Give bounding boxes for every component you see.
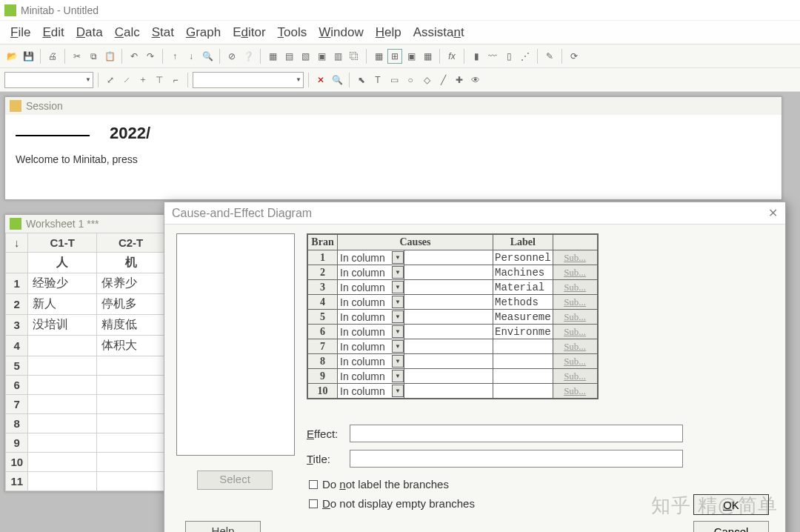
cause-type-dropdown[interactable]: In column▼ [338, 339, 404, 354]
cell[interactable] [28, 376, 96, 395]
sub-button[interactable]: Sub... [553, 310, 597, 325]
menu-edit[interactable]: Edit [42, 25, 64, 40]
cell[interactable] [28, 472, 96, 491]
cause-type-dropdown[interactable]: In column▼ [338, 369, 404, 384]
sub-button[interactable]: Sub... [553, 384, 597, 399]
dropdown-arrow-icon[interactable]: ▼ [392, 266, 404, 279]
refresh-icon[interactable]: ⟳ [567, 49, 581, 64]
menu-calc[interactable]: Calc [115, 25, 140, 40]
select-button[interactable]: Select [197, 471, 273, 490]
chart-hist-icon[interactable]: ▯ [501, 49, 516, 64]
cell[interactable] [28, 433, 96, 453]
find-icon[interactable]: 🔍 [200, 49, 215, 64]
row-header[interactable]: 11 [6, 472, 28, 491]
dropdown-arrow-icon[interactable]: ▼ [392, 385, 404, 397]
row-header[interactable]: 8 [6, 414, 28, 433]
save-icon[interactable]: 💾 [21, 49, 36, 64]
menu-graph[interactable]: Graph [186, 25, 221, 40]
row-header[interactable]: 9 [6, 433, 28, 453]
sub-button[interactable]: Sub... [553, 325, 597, 339]
menu-stat[interactable]: Stat [152, 25, 174, 40]
cell[interactable] [28, 336, 96, 356]
cancel-button[interactable]: Cancel [693, 521, 769, 532]
open-icon[interactable]: 📂 [4, 49, 19, 64]
sub-button[interactable]: Sub... [553, 265, 597, 280]
cell[interactable] [96, 414, 164, 433]
cell[interactable]: 经验少 [28, 273, 96, 294]
branch-label-cell[interactable]: Personnel [493, 250, 553, 265]
cell[interactable] [96, 356, 164, 376]
row-name-blank[interactable] [6, 253, 28, 273]
dropdown-arrow-icon[interactable]: ▼ [392, 281, 404, 293]
branch-label-cell[interactable]: Environme [493, 325, 553, 339]
line-icon[interactable]: ⟋ [119, 73, 134, 87]
menu-editor[interactable]: Editor [233, 25, 265, 40]
cause-column-cell[interactable] [404, 384, 493, 399]
mark-icon[interactable]: ✚ [452, 73, 467, 87]
rect-icon[interactable]: ▭ [387, 73, 401, 87]
dropdown-arrow-icon[interactable]: ▼ [392, 370, 404, 382]
dropdown-arrow-icon[interactable]: ▼ [392, 296, 404, 308]
seg-icon[interactable]: ╱ [436, 73, 450, 87]
cancel-icon[interactable]: ⊘ [224, 49, 239, 64]
sub-button[interactable]: Sub... [553, 250, 597, 265]
branch-label-cell[interactable]: Methods [493, 295, 553, 310]
tool-5-icon[interactable]: ▦ [420, 49, 435, 64]
circle-icon[interactable]: ○ [403, 73, 418, 87]
cell[interactable]: 没培训 [28, 315, 96, 336]
close-icon[interactable]: ✕ [768, 206, 778, 220]
cause-column-cell[interactable] [404, 339, 493, 354]
ok-button[interactable]: OK [693, 494, 769, 515]
col-name[interactable]: 机 [96, 253, 164, 273]
row-header[interactable]: 3 [6, 315, 28, 336]
branch-label-cell[interactable] [493, 354, 553, 369]
help-button[interactable]: Help [185, 521, 261, 532]
cell[interactable] [96, 472, 164, 491]
branch-label-cell[interactable] [493, 369, 553, 384]
corner-icon[interactable]: ⌐ [168, 73, 183, 87]
branch-label-cell[interactable]: Measureme [493, 310, 553, 325]
text-icon[interactable]: T [370, 73, 385, 87]
cause-column-cell[interactable] [404, 325, 493, 339]
dropdown-arrow-icon[interactable]: ▼ [392, 251, 404, 264]
tool-4-icon[interactable]: ▣ [404, 49, 419, 64]
row-header[interactable]: 4 [6, 336, 28, 356]
cell[interactable] [28, 356, 96, 376]
cause-type-dropdown[interactable]: In column▼ [338, 265, 404, 280]
branch-label-cell[interactable]: Material [493, 280, 553, 295]
cell[interactable] [96, 433, 164, 453]
cause-column-cell[interactable] [404, 265, 493, 280]
corner-cell[interactable]: ↓ [6, 233, 28, 253]
row-header[interactable]: 2 [6, 294, 28, 315]
cell[interactable]: 新人 [28, 294, 96, 315]
row-header[interactable]: 1 [6, 273, 28, 294]
cause-type-dropdown[interactable]: In column▼ [338, 325, 404, 339]
show-graph-icon[interactable]: ▧ [298, 49, 313, 64]
tool-3-icon[interactable]: ⿻ [347, 49, 361, 64]
branch-label-cell[interactable] [493, 384, 553, 399]
menu-file[interactable]: File [10, 25, 30, 40]
down-icon[interactable]: ↓ [184, 49, 199, 64]
cause-column-cell[interactable] [404, 295, 493, 310]
row-header[interactable]: 7 [6, 395, 28, 414]
branch-label-cell[interactable] [493, 339, 553, 354]
cause-column-cell[interactable] [404, 280, 493, 295]
menu-assistant[interactable]: Assistant [413, 25, 464, 40]
branch-label-cell[interactable]: Machines [493, 265, 553, 280]
cell[interactable]: 停机多 [96, 294, 164, 315]
redo-icon[interactable]: ↷ [143, 49, 158, 64]
cell[interactable] [28, 453, 96, 472]
help-icon[interactable]: ❔ [241, 49, 256, 64]
cell[interactable]: 精度低 [96, 315, 164, 336]
effect-input[interactable] [350, 425, 683, 442]
paste-icon[interactable]: 📋 [102, 49, 117, 64]
fx-icon[interactable]: fx [444, 49, 459, 64]
tool-1-icon[interactable]: ▣ [314, 49, 329, 64]
row-header[interactable]: 6 [6, 376, 28, 395]
col-header[interactable]: C2-T [96, 233, 164, 253]
menu-data[interactable]: Data [76, 25, 103, 40]
dropdown-arrow-icon[interactable]: ▼ [392, 340, 404, 353]
eye-icon[interactable]: 👁 [468, 73, 483, 87]
chart-scatter-icon[interactable]: ⋰ [518, 49, 533, 64]
cause-type-dropdown[interactable]: In column▼ [338, 384, 404, 399]
